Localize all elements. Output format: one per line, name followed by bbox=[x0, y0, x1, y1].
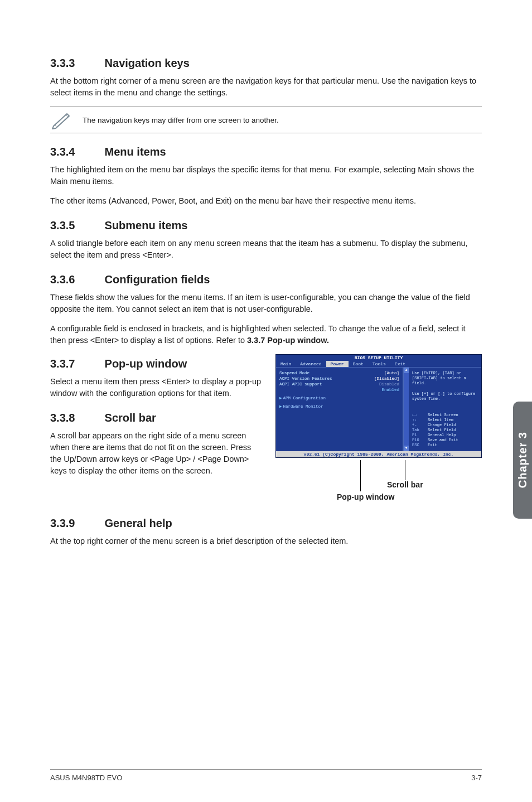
footer-left: ASUS M4N98TD EVO bbox=[50, 774, 122, 782]
heading-338: 3.3.8 Scroll bar bbox=[50, 412, 264, 424]
bios-tab-exit: Exit bbox=[390, 361, 410, 367]
footer-rule bbox=[50, 769, 482, 770]
bios-tab-main: Main bbox=[276, 361, 296, 367]
bios-tab-boot: Boot bbox=[349, 361, 368, 367]
triangle-icon: ▶ bbox=[279, 404, 282, 409]
scroll-up-icon: ▲ bbox=[404, 368, 409, 373]
bios-footer: v02.61 (C)Copyright 1985-2009, American … bbox=[276, 451, 481, 457]
bios-tab-advanced: Advanced bbox=[296, 361, 326, 367]
para-337-1: Select a menu item then press <Enter> to… bbox=[50, 376, 264, 399]
callout-scrollbar: Scroll bar bbox=[387, 480, 423, 489]
triangle-icon: ▶ bbox=[279, 396, 282, 400]
para-336-2: A configurable field is enclosed in brac… bbox=[50, 323, 482, 346]
para-338-1: A scroll bar appears on the right side o… bbox=[50, 430, 264, 477]
callout-popup: Pop-up window bbox=[337, 492, 394, 501]
callouts: Scroll bar Pop-up window bbox=[275, 460, 482, 505]
heading-334: 3.3.4 Menu items bbox=[50, 146, 482, 158]
bios-tab-tools: Tools bbox=[368, 361, 390, 367]
page-footer: ASUS M4N98TD EVO 3-7 bbox=[50, 774, 482, 782]
para-333-1: At the bottom right corner of a menu scr… bbox=[50, 75, 482, 99]
bios-sub-apm: ▶APM Configuration bbox=[279, 395, 399, 400]
note-text: The navigation keys may differ from one … bbox=[83, 116, 482, 124]
bios-help-text: Use [ENTER], [TAB] or [SHIFT-TAB] to sel… bbox=[412, 371, 478, 402]
pencil-icon bbox=[50, 110, 72, 129]
note-block: The navigation keys may differ from one … bbox=[50, 107, 482, 133]
heading-333: 3.3.3 Navigation keys bbox=[50, 57, 482, 70]
heading-title: Navigation keys bbox=[105, 57, 190, 69]
heading-337: 3.3.7 Pop-up window bbox=[50, 357, 264, 370]
bios-help-pane: Use [ENTER], [TAB] or [SHIFT-TAB] to sel… bbox=[409, 368, 481, 451]
bios-title: BIOS SETUP UTILITY bbox=[276, 355, 481, 361]
bios-scrollbar: ▲ ▼ bbox=[403, 368, 409, 451]
bios-left-pane: Suspend Mode[Auto] ACPI Version Features… bbox=[276, 368, 403, 451]
para-336-1: These fields show the values for the men… bbox=[50, 292, 482, 315]
scroll-down-icon: ▼ bbox=[404, 446, 409, 451]
para-334-2: The other items (Advanced, Power, Boot, … bbox=[50, 195, 482, 207]
heading-339: 3.3.9 General help bbox=[50, 517, 482, 530]
bios-tabs: Main Advanced Power Boot Tools Exit bbox=[276, 361, 481, 368]
heading-335: 3.3.5 Submenu items bbox=[50, 219, 482, 232]
bios-sub-hw: ▶Hardware Monitor bbox=[279, 404, 399, 409]
heading-num: 3.3.3 bbox=[50, 57, 101, 70]
footer-right: 3-7 bbox=[471, 774, 482, 782]
bios-tab-power: Power bbox=[326, 361, 349, 367]
bios-nav-keys: ←→Select Screen ↑↓Select Item +-Change F… bbox=[412, 413, 478, 448]
para-339-1: At the top right corner of the menu scre… bbox=[50, 535, 482, 547]
heading-336: 3.3.6 Configuration fields bbox=[50, 273, 482, 286]
para-335-1: A solid triangle before each item on any… bbox=[50, 238, 482, 261]
chapter-side-tab: Chapter 3 bbox=[513, 402, 532, 519]
para-334-1: The highlighted item on the menu bar dis… bbox=[50, 164, 482, 187]
bios-screenshot: BIOS SETUP UTILITY Main Advanced Power B… bbox=[275, 354, 482, 458]
